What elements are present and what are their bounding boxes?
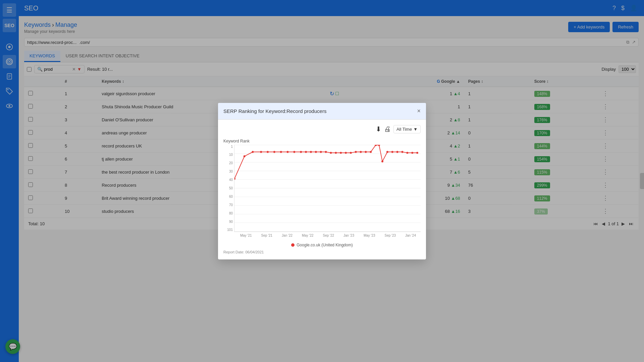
chart-dot: [386, 151, 388, 153]
chart-area: Keyword Rank 1 10 20 30 40 50 60 70 80 9…: [223, 136, 421, 235]
chart-dot: [360, 151, 362, 153]
rank-chart-svg: [234, 145, 421, 232]
modal-body: ⬇ 🖨 All Time ▼ Keyword Rank 1 10 20 30 4: [218, 120, 426, 235]
chart-dot: [406, 152, 408, 154]
modal-close-button[interactable]: ×: [417, 108, 421, 115]
chart-dot: [365, 151, 367, 153]
chart-dot: [391, 151, 393, 153]
chart-dot: [320, 151, 322, 153]
chart-dot: [260, 151, 262, 153]
chart-dot: [396, 151, 398, 153]
chart-dot: [411, 152, 413, 154]
chart-dot: [370, 151, 372, 153]
chart-dot: [293, 151, 295, 153]
chevron-down-icon: ▼: [413, 127, 418, 132]
modal-title: SERP Ranking for Keyword:Record producer…: [223, 108, 326, 114]
chart-dot: [355, 151, 357, 153]
chart-y-label: Keyword Rank: [223, 139, 421, 143]
x-axis: May '21 Sep '21 Jan '22 May '22 Sep '22 …: [235, 234, 421, 235]
modal-overlay[interactable]: SERP Ranking for Keyword:Record producer…: [0, 0, 644, 235]
chart-dot: [325, 151, 327, 153]
chart-dot: [310, 151, 312, 153]
time-filter-select[interactable]: All Time ▼: [393, 125, 421, 133]
chart-dot: [244, 155, 246, 157]
modal-header: SERP Ranking for Keyword:Record producer…: [218, 103, 426, 120]
chart-dot: [267, 151, 269, 153]
chart-dot: [345, 152, 347, 154]
chart-dot: [350, 152, 352, 154]
chart-dot: [315, 151, 317, 153]
chart-dot: [252, 151, 254, 153]
chart-dot: [287, 151, 289, 153]
chart-dot: [416, 152, 418, 154]
print-icon[interactable]: 🖨: [384, 125, 391, 133]
chart-dot: [378, 145, 380, 146]
chart-svg-container: [234, 145, 421, 233]
chart-dot: [401, 151, 404, 153]
chart-dot: [381, 160, 383, 162]
chart-dot: [300, 151, 302, 153]
chart-dot: [273, 151, 275, 153]
chart-dot: [234, 178, 235, 180]
chart-dot: [305, 151, 307, 153]
modal-toolbar: ⬇ 🖨 All Time ▼: [223, 125, 421, 133]
chart-dot: [340, 152, 342, 154]
chart-dot: [330, 152, 332, 154]
download-icon[interactable]: ⬇: [376, 125, 381, 133]
serp-ranking-modal: SERP Ranking for Keyword:Record producer…: [218, 103, 426, 235]
y-axis: 1 10 20 30 40 50 60 70 80 90 101: [223, 145, 234, 232]
chart-dot: [335, 152, 337, 154]
chart-polyline: [234, 145, 417, 178]
chart-dot: [280, 151, 282, 153]
